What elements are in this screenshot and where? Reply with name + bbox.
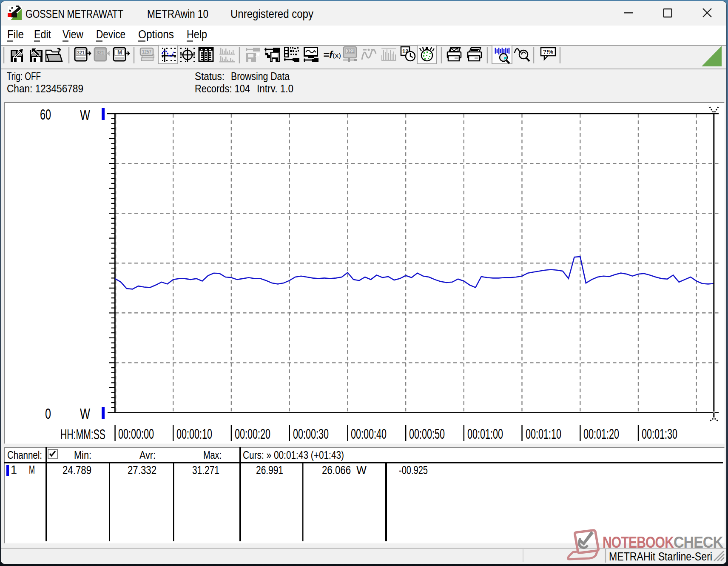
svg-text:W: W	[80, 106, 90, 123]
svg-text:Curs: » 00:01:43 (+01:43): Curs: » 00:01:43 (+01:43)	[243, 449, 344, 461]
svg-text:Status:: Status:	[195, 70, 225, 82]
svg-text:CHECK: CHECK	[674, 534, 723, 551]
svg-text:Unregistered copy: Unregistered copy	[230, 8, 313, 20]
svg-text:-00.925: -00.925	[399, 464, 428, 477]
svg-text:M: M	[117, 49, 122, 56]
svg-text:W: W	[80, 405, 90, 422]
svg-text:00:01:10: 00:01:10	[526, 426, 561, 442]
svg-text:METRAwin 10: METRAwin 10	[147, 8, 208, 20]
svg-text:M: M	[29, 463, 35, 476]
svg-text:NOTEBOOK: NOTEBOOK	[603, 534, 674, 551]
svg-text:=f: =f	[323, 49, 333, 60]
svg-text:Trig: OFF: Trig: OFF	[7, 70, 41, 82]
svg-text:View: View	[63, 28, 83, 41]
svg-text:00:00:00: 00:00:00	[118, 426, 154, 442]
svg-text:0: 0	[45, 405, 51, 422]
svg-text:Records: 104: Records: 104	[195, 83, 250, 94]
svg-text:00:00:40: 00:00:40	[351, 426, 387, 442]
svg-text:Chan: 123456789: Chan: 123456789	[7, 83, 83, 94]
svg-text:00:00:10: 00:00:10	[176, 426, 212, 442]
svg-text:Edit: Edit	[34, 28, 51, 41]
svg-text:00:01:20: 00:01:20	[583, 426, 619, 442]
svg-text:Min:: Min:	[74, 449, 91, 461]
svg-text:26.991: 26.991	[256, 464, 283, 477]
svg-text:321: 321	[97, 49, 104, 56]
svg-text:1257: 1257	[142, 49, 151, 55]
svg-text:321: 321	[77, 49, 85, 56]
svg-text:60: 60	[40, 106, 51, 123]
svg-text:Options: Options	[138, 28, 174, 41]
svg-text:METRAHit Starline-Seri: METRAHit Starline-Seri	[609, 550, 712, 563]
svg-text:00:00:20: 00:00:20	[235, 426, 270, 442]
svg-text:HH:MM:SS: HH:MM:SS	[60, 426, 105, 442]
svg-text:00:01:00: 00:01:00	[467, 426, 503, 442]
svg-text:00:00:50: 00:00:50	[409, 426, 445, 442]
svg-text:File: File	[7, 28, 24, 41]
svg-text:321: 321	[347, 49, 354, 54]
svg-text:W: W	[356, 464, 367, 477]
svg-text:(x): (x)	[333, 51, 341, 60]
svg-text:Max:: Max:	[203, 449, 222, 461]
svg-text:24.789: 24.789	[63, 464, 91, 477]
svg-text:00:01:30: 00:01:30	[642, 426, 677, 442]
svg-text:GOSSEN METRAWATT: GOSSEN METRAWATT	[26, 8, 123, 20]
svg-text:27.332: 27.332	[128, 464, 156, 477]
svg-text:00:00:30: 00:00:30	[293, 426, 329, 442]
svg-text:?!%: ?!%	[543, 49, 553, 55]
svg-text:Avr:: Avr:	[139, 449, 156, 461]
svg-text:Intrv. 1.0: Intrv. 1.0	[257, 83, 293, 94]
svg-text:Device: Device	[96, 28, 125, 41]
svg-text:Help: Help	[187, 28, 207, 41]
svg-text:Channel:: Channel:	[7, 449, 42, 461]
svg-text:31.271: 31.271	[192, 464, 219, 477]
svg-text:26.066: 26.066	[322, 464, 351, 477]
svg-text:Browsing Data: Browsing Data	[231, 70, 290, 82]
svg-text:1: 1	[11, 463, 17, 476]
